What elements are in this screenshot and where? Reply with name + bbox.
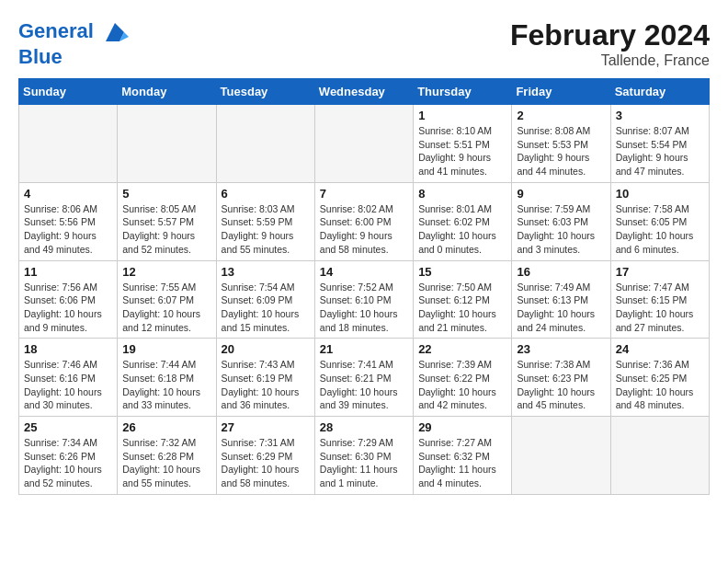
day-info: Sunrise: 8:03 AMSunset: 5:59 PMDaylight:…: [222, 202, 310, 257]
calendar-cell: [512, 417, 610, 495]
day-number: 6: [222, 187, 310, 201]
weekday-header-tuesday: Tuesday: [216, 79, 314, 105]
day-number: 9: [517, 187, 605, 201]
day-info: Sunrise: 7:56 AMSunset: 6:06 PMDaylight:…: [24, 281, 112, 335]
logo-blue: Blue: [18, 46, 129, 68]
day-number: 12: [122, 265, 210, 279]
day-info: Sunrise: 7:34 AMSunset: 6:26 PMDaylight:…: [24, 436, 112, 490]
calendar-cell: [314, 105, 413, 183]
calendar-cell: [19, 105, 118, 183]
location-subtitle: Tallende, France: [510, 52, 710, 69]
logo: General Blue: [18, 18, 129, 68]
day-number: 26: [122, 420, 210, 434]
month-year-title: February 2024: [510, 18, 710, 52]
weekday-header-thursday: Thursday: [414, 79, 512, 105]
day-number: 18: [24, 342, 112, 356]
calendar-cell: 14Sunrise: 7:52 AMSunset: 6:10 PMDayligh…: [314, 260, 413, 339]
day-number: 7: [320, 187, 408, 201]
logo-general: General: [18, 19, 94, 42]
logo-icon: [101, 18, 129, 46]
day-info: Sunrise: 7:52 AMSunset: 6:10 PMDaylight:…: [320, 281, 408, 335]
day-number: 5: [122, 187, 210, 201]
day-info: Sunrise: 8:06 AMSunset: 5:56 PMDaylight:…: [24, 202, 112, 257]
day-number: 2: [517, 109, 605, 122]
calendar-cell: 7Sunrise: 8:02 AMSunset: 6:00 PMDaylight…: [314, 182, 413, 260]
day-number: 21: [320, 342, 408, 356]
day-number: 3: [616, 109, 704, 122]
day-number: 14: [320, 265, 408, 279]
calendar-cell: 17Sunrise: 7:47 AMSunset: 6:15 PMDayligh…: [610, 260, 709, 339]
calendar-cell: 11Sunrise: 7:56 AMSunset: 6:06 PMDayligh…: [19, 260, 118, 339]
calendar-cell: 5Sunrise: 8:05 AMSunset: 5:57 PMDaylight…: [118, 182, 216, 260]
day-info: Sunrise: 7:31 AMSunset: 6:29 PMDaylight:…: [222, 436, 310, 490]
day-info: Sunrise: 8:08 AMSunset: 5:53 PMDaylight:…: [517, 124, 605, 178]
calendar-cell: 18Sunrise: 7:46 AMSunset: 6:16 PMDayligh…: [19, 339, 118, 417]
day-number: 25: [24, 420, 112, 434]
day-number: 19: [122, 342, 210, 356]
day-number: 13: [222, 265, 310, 279]
day-number: 22: [418, 342, 506, 356]
day-number: 8: [418, 187, 506, 201]
calendar-cell: 29Sunrise: 7:27 AMSunset: 6:32 PMDayligh…: [414, 417, 512, 495]
calendar-cell: 21Sunrise: 7:41 AMSunset: 6:21 PMDayligh…: [314, 339, 413, 417]
day-info: Sunrise: 8:05 AMSunset: 5:57 PMDaylight:…: [122, 202, 210, 257]
title-section: February 2024 Tallende, France: [510, 18, 710, 69]
day-number: 10: [616, 187, 704, 201]
calendar-week-1: 1Sunrise: 8:10 AMSunset: 5:51 PMDaylight…: [19, 105, 710, 183]
day-number: 20: [222, 342, 310, 356]
calendar-cell: 6Sunrise: 8:03 AMSunset: 5:59 PMDaylight…: [216, 182, 314, 260]
calendar-week-2: 4Sunrise: 8:06 AMSunset: 5:56 PMDaylight…: [19, 182, 710, 260]
day-info: Sunrise: 7:58 AMSunset: 6:05 PMDaylight:…: [616, 202, 704, 257]
calendar-cell: [216, 105, 314, 183]
day-info: Sunrise: 7:50 AMSunset: 6:12 PMDaylight:…: [418, 281, 506, 335]
day-number: 24: [616, 342, 704, 356]
weekday-header-monday: Monday: [118, 79, 216, 105]
day-info: Sunrise: 8:10 AMSunset: 5:51 PMDaylight:…: [418, 124, 506, 178]
calendar-cell: 27Sunrise: 7:31 AMSunset: 6:29 PMDayligh…: [216, 417, 314, 495]
calendar-cell: 13Sunrise: 7:54 AMSunset: 6:09 PMDayligh…: [216, 260, 314, 339]
calendar-cell: 24Sunrise: 7:36 AMSunset: 6:25 PMDayligh…: [610, 339, 709, 417]
weekday-header-sunday: Sunday: [19, 79, 118, 105]
day-info: Sunrise: 7:55 AMSunset: 6:07 PMDaylight:…: [122, 281, 210, 335]
day-number: 29: [418, 420, 506, 434]
calendar-cell: 16Sunrise: 7:49 AMSunset: 6:13 PMDayligh…: [512, 260, 610, 339]
calendar-cell: 25Sunrise: 7:34 AMSunset: 6:26 PMDayligh…: [19, 417, 118, 495]
day-info: Sunrise: 7:39 AMSunset: 6:22 PMDaylight:…: [418, 358, 506, 412]
day-number: 11: [24, 265, 112, 279]
calendar-cell: 3Sunrise: 8:07 AMSunset: 5:54 PMDaylight…: [610, 105, 709, 183]
calendar-week-5: 25Sunrise: 7:34 AMSunset: 6:26 PMDayligh…: [19, 417, 710, 495]
calendar-cell: [610, 417, 709, 495]
calendar-cell: 8Sunrise: 8:01 AMSunset: 6:02 PMDaylight…: [414, 182, 512, 260]
logo-text: General: [18, 18, 129, 46]
calendar-cell: 12Sunrise: 7:55 AMSunset: 6:07 PMDayligh…: [118, 260, 216, 339]
day-number: 15: [418, 265, 506, 279]
day-info: Sunrise: 7:36 AMSunset: 6:25 PMDaylight:…: [616, 358, 704, 412]
day-info: Sunrise: 8:02 AMSunset: 6:00 PMDaylight:…: [320, 202, 408, 257]
calendar-cell: 28Sunrise: 7:29 AMSunset: 6:30 PMDayligh…: [314, 417, 413, 495]
calendar-cell: 23Sunrise: 7:38 AMSunset: 6:23 PMDayligh…: [512, 339, 610, 417]
day-info: Sunrise: 7:27 AMSunset: 6:32 PMDaylight:…: [418, 436, 506, 490]
day-info: Sunrise: 7:59 AMSunset: 6:03 PMDaylight:…: [517, 202, 605, 257]
day-number: 23: [517, 342, 605, 356]
day-info: Sunrise: 7:54 AMSunset: 6:09 PMDaylight:…: [222, 281, 310, 335]
page-header: General Blue February 2024 Tallende, Fra…: [18, 18, 710, 69]
calendar-cell: 1Sunrise: 8:10 AMSunset: 5:51 PMDaylight…: [414, 105, 512, 183]
weekday-header-friday: Friday: [512, 79, 610, 105]
day-info: Sunrise: 7:32 AMSunset: 6:28 PMDaylight:…: [122, 436, 210, 490]
day-info: Sunrise: 7:41 AMSunset: 6:21 PMDaylight:…: [320, 358, 408, 412]
day-info: Sunrise: 8:07 AMSunset: 5:54 PMDaylight:…: [616, 124, 704, 178]
day-number: 17: [616, 265, 704, 279]
day-info: Sunrise: 7:47 AMSunset: 6:15 PMDaylight:…: [616, 281, 704, 335]
calendar-week-3: 11Sunrise: 7:56 AMSunset: 6:06 PMDayligh…: [19, 260, 710, 339]
day-info: Sunrise: 7:46 AMSunset: 6:16 PMDaylight:…: [24, 358, 112, 412]
calendar-cell: 4Sunrise: 8:06 AMSunset: 5:56 PMDaylight…: [19, 182, 118, 260]
calendar-table: SundayMondayTuesdayWednesdayThursdayFrid…: [18, 78, 710, 495]
day-info: Sunrise: 7:49 AMSunset: 6:13 PMDaylight:…: [517, 281, 605, 335]
day-info: Sunrise: 7:29 AMSunset: 6:30 PMDaylight:…: [320, 436, 408, 490]
calendar-header-row: SundayMondayTuesdayWednesdayThursdayFrid…: [19, 79, 710, 105]
calendar-cell: 20Sunrise: 7:43 AMSunset: 6:19 PMDayligh…: [216, 339, 314, 417]
day-number: 4: [24, 187, 112, 201]
weekday-header-wednesday: Wednesday: [314, 79, 413, 105]
day-info: Sunrise: 7:43 AMSunset: 6:19 PMDaylight:…: [222, 358, 310, 412]
calendar-cell: 26Sunrise: 7:32 AMSunset: 6:28 PMDayligh…: [118, 417, 216, 495]
